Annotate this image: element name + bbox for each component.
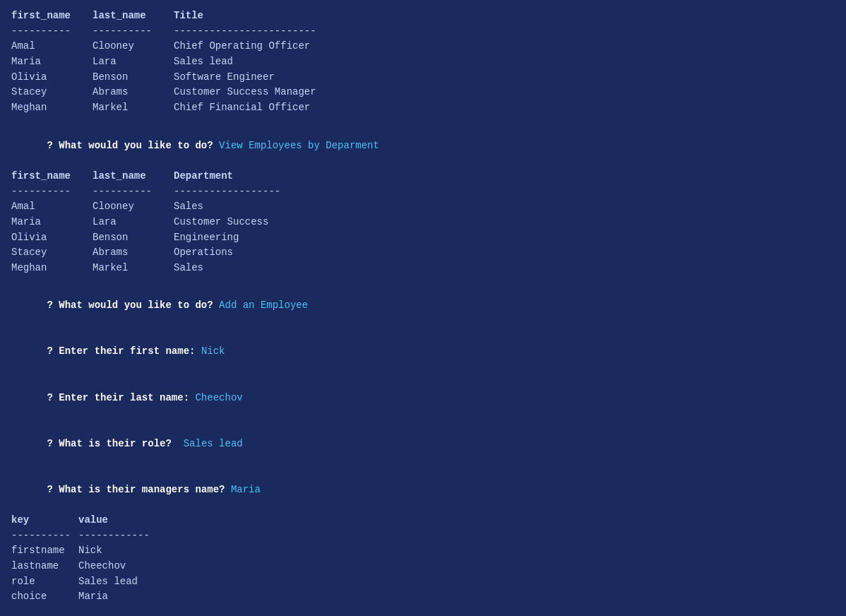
prompt-answer-manager: Maria [231,484,261,495]
table-row: MariaLaraSales lead [11,54,835,70]
prompt-line: ? What would you like to do? View Employ… [11,123,835,169]
employees-by-title-table: first_namelast_nameTitle ---------------… [11,8,835,116]
table-row: OliviaBensonSoftware Engineer [11,70,835,85]
prompt-text: What is their role? [59,438,183,449]
kv-divider: ---------------------- [11,528,835,544]
final-menu: ? What would you like to do? View Employ… [11,612,835,616]
prompt-text: What would you like to do? [59,300,219,311]
question-mark: ? [47,484,59,495]
question-mark: ? [47,345,59,357]
table-row: AmalClooneySales [11,199,835,215]
prompt-first-name: ? Enter their first name: Nick [11,329,835,375]
question-mark: ? [47,300,59,311]
key-value-table: keyvalue ---------------------- firstnam… [11,513,835,605]
prompt-text: Enter their last name: [59,392,195,403]
table-row: OliviaBensonEngineering [11,230,835,246]
kv-row-lastname: lastnameCheechov [11,559,835,574]
prompt-answer-add: Add an Employee [219,300,308,311]
prompt-text: Enter their first name: [59,345,201,357]
table-row: MeghanMarkelSales [11,261,835,276]
table-divider-2: -------------------------------------- [11,184,835,200]
prompt-view-by-department: ? What would you like to do? View Employ… [11,123,835,169]
table-row: MeghanMarkelChief Financial Officer [11,100,835,116]
employees-by-department-table: first_namelast_nameDepartment ----------… [11,169,835,276]
table-divider-1: ----------------------------------------… [11,24,835,40]
table-row: StaceyAbramsCustomer Success Manager [11,85,835,100]
table-header-row-1: first_namelast_nameTitle [11,8,835,24]
question-mark: ? [47,392,59,403]
terminal: first_namelast_nameTitle ---------------… [11,8,835,616]
kv-row-firstname: firstnameNick [11,543,835,559]
question-mark: ? [47,140,59,151]
table-row: MariaLaraCustomer Success [11,215,835,230]
prompt-add-employee: ? What would you like to do? Add an Empl… [11,283,835,329]
prompt-text: What would you like to do? [59,140,219,151]
prompt-manager: ? What is their managers name? Maria [11,467,835,513]
table-header-row-2: first_namelast_nameDepartment [11,169,835,184]
prompt-text: What is their managers name? [59,484,231,495]
prompt-answer-role: Sales lead [184,438,243,449]
kv-row-choice: choiceMaria [11,589,835,605]
prompt-role: ? What is their role? Sales lead [11,421,835,467]
add-employee-prompts: ? What would you like to do? Add an Empl… [11,283,835,513]
prompt-answer-firstname: Nick [201,345,225,357]
table-row: StaceyAbramsOperations [11,245,835,261]
menu-prompt-line: ? What would you like to do? [11,612,835,616]
prompt-answer-lastname: Cheechov [195,392,242,403]
question-mark: ? [47,438,59,449]
kv-row-role: roleSales lead [11,574,835,590]
prompt-last-name: ? Enter their last name: Cheechov [11,375,835,421]
prompt-answer: View Employees by Deparment [219,140,379,151]
kv-header-row: keyvalue [11,513,835,528]
table-row: AmalClooneyChief Operating Officer [11,39,835,54]
